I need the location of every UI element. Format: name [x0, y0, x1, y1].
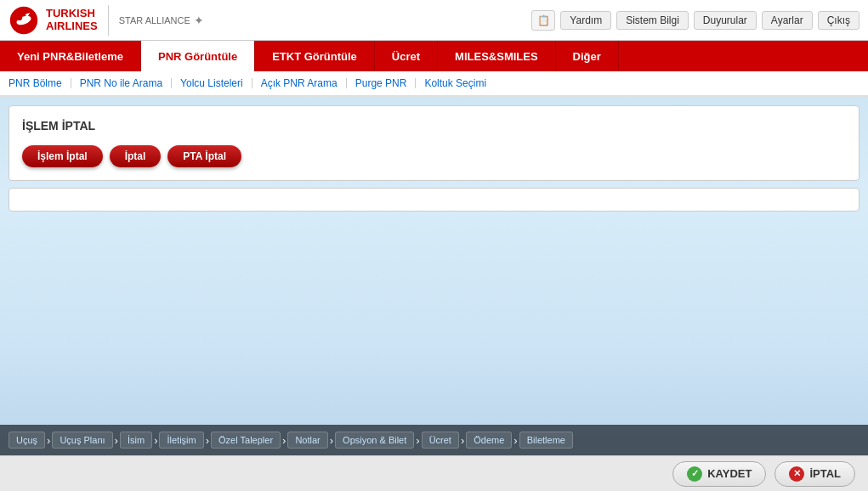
- breadcrumb-chevron-3: ›: [154, 434, 157, 447]
- action-buttons: İşlem İptal İptal PTA İptal: [22, 145, 846, 167]
- tab-miles[interactable]: MILES&SMILES: [438, 41, 556, 71]
- system-info-button[interactable]: Sistem Bilgi: [616, 11, 689, 30]
- subnav-yolcu-listeleri[interactable]: Yolcu Listeleri: [172, 78, 252, 88]
- breadcrumb-biletleme[interactable]: Biletleme: [519, 432, 573, 449]
- cancel-button[interactable]: ✕ İPTAL: [774, 461, 855, 487]
- breadcrumb-isim-label: İsim: [120, 432, 152, 449]
- breadcrumb-notlar-label: Notlar: [287, 432, 327, 449]
- breadcrumb-odeme-label: Ödeme: [466, 432, 512, 449]
- breadcrumb-chevron-8: ›: [461, 434, 464, 447]
- star-alliance-icon: ✦: [194, 14, 204, 27]
- breadcrumb-biletleme-label: Biletleme: [519, 432, 573, 449]
- breadcrumb-chevron-6: ›: [330, 434, 333, 447]
- breadcrumb-chevron-7: ›: [416, 434, 419, 447]
- header-divider: [108, 5, 109, 36]
- breadcrumb-opsiyon-bilet[interactable]: Opsiyon & Bilet: [335, 432, 414, 449]
- star-alliance: STAR ALLIANCE ✦: [119, 14, 204, 27]
- cancel-label: İPTAL: [809, 467, 841, 480]
- subnav-pnr-no-ile-arama[interactable]: PNR No ile Arama: [71, 78, 172, 88]
- breadcrumb-ucus-label: Uçuş: [9, 432, 45, 449]
- help-button[interactable]: Yardım: [560, 11, 611, 30]
- breadcrumb-iletisim[interactable]: İletişim: [159, 432, 203, 449]
- turkish-airlines-logo: [9, 5, 39, 36]
- tab-pnr-view[interactable]: PNR Görüntüle: [141, 41, 255, 71]
- breadcrumb-ucus-plani-label: Uçuş Planı: [52, 432, 112, 449]
- breadcrumb-ucret[interactable]: Ücret: [422, 432, 459, 449]
- subnav-acik-pnr-arama[interactable]: Açık PNR Arama: [252, 78, 347, 88]
- bottom-breadcrumb: Uçuş › Uçuş Planı › İsim › İletişim › Öz…: [0, 425, 868, 455]
- breadcrumb-chevron-2: ›: [115, 434, 118, 447]
- breadcrumb-iletisim-label: İletişim: [159, 432, 203, 449]
- pta-iptal-button[interactable]: PTA İptal: [167, 145, 241, 167]
- subnav-purge-pnr[interactable]: Purge PNR: [347, 78, 417, 88]
- breadcrumb-opsiyon-bilet-label: Opsiyon & Bilet: [335, 432, 414, 449]
- tab-etkt-view[interactable]: ETKT Görüntüle: [255, 41, 375, 71]
- subnav-pnr-bolme[interactable]: PNR Bölme: [9, 78, 71, 88]
- breadcrumb-ucus-plani[interactable]: Uçuş Planı: [52, 432, 112, 449]
- iptal-button[interactable]: İptal: [110, 145, 162, 167]
- islem-iptal-card: İŞLEM İPTAL İşlem İptal İptal PTA İptal: [9, 105, 859, 181]
- breadcrumb-chevron-9: ›: [513, 434, 517, 447]
- settings-button[interactable]: Ayarlar: [762, 11, 813, 30]
- breadcrumb-ozel-talepler[interactable]: Özel Talepler: [211, 432, 281, 449]
- subnav-koltuk-secimi[interactable]: Koltuk Seçimi: [416, 78, 495, 88]
- empty-card: [9, 188, 859, 212]
- cancel-x-icon: ✕: [789, 466, 804, 482]
- logout-button[interactable]: Çıkış: [818, 11, 859, 30]
- breadcrumb-isim[interactable]: İsim: [120, 432, 152, 449]
- breadcrumb-ozel-talepler-label: Özel Talepler: [211, 432, 281, 449]
- svg-point-2: [16, 14, 22, 20]
- save-label: KAYDET: [707, 467, 752, 480]
- bottom-action-bar: ✓ KAYDET ✕ İPTAL: [0, 455, 868, 491]
- logo-area: TURKISH AIRLINES: [9, 5, 98, 36]
- islem-iptal-button[interactable]: İşlem İptal: [22, 145, 103, 167]
- breadcrumb-chevron-5: ›: [282, 434, 286, 447]
- header-right: 📋 Yardım Sistem Bilgi Duyurular Ayarlar …: [531, 10, 859, 31]
- clipboard-icon-button[interactable]: 📋: [531, 10, 555, 31]
- breadcrumb-ucret-label: Ücret: [422, 432, 459, 449]
- tab-price[interactable]: Ücret: [375, 41, 438, 71]
- section-title: İŞLEM İPTAL: [22, 119, 846, 133]
- tab-other[interactable]: Diğer: [556, 41, 619, 71]
- clipboard-icon: 📋: [537, 14, 550, 26]
- sub-nav: PNR Bölme PNR No ile Arama Yolcu Listele…: [0, 71, 868, 97]
- logo-text: TURKISH AIRLINES: [46, 8, 98, 32]
- breadcrumb-ucus[interactable]: Uçuş: [9, 432, 45, 449]
- breadcrumb-odeme[interactable]: Ödeme: [466, 432, 512, 449]
- save-check-icon: ✓: [687, 466, 702, 482]
- tab-new-pnr[interactable]: Yeni PNR&Biletleme: [0, 41, 141, 71]
- breadcrumb-chevron-1: ›: [47, 434, 50, 447]
- breadcrumb-notlar[interactable]: Notlar: [287, 432, 327, 449]
- header: TURKISH AIRLINES STAR ALLIANCE ✦ 📋 Yardı…: [0, 0, 868, 41]
- main-content: İŞLEM İPTAL İşlem İptal İptal PTA İptal: [0, 97, 868, 420]
- announcements-button[interactable]: Duyurular: [694, 11, 757, 30]
- save-button[interactable]: ✓ KAYDET: [672, 461, 766, 487]
- nav-tabs: Yeni PNR&Biletleme PNR Görüntüle ETKT Gö…: [0, 41, 868, 71]
- breadcrumb-chevron-4: ›: [206, 434, 209, 447]
- star-alliance-label: STAR ALLIANCE: [119, 15, 190, 25]
